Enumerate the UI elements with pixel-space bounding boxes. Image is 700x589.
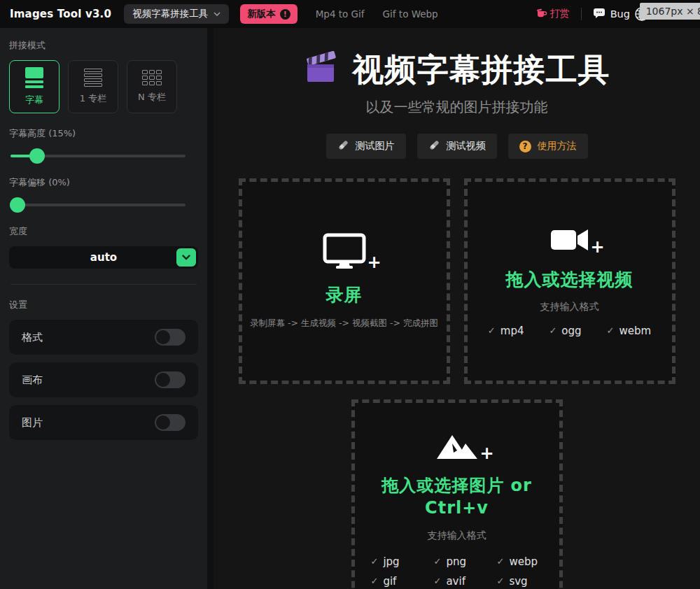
one-column-mode-icon bbox=[84, 69, 102, 87]
formats-label: 支持输入格式 bbox=[428, 530, 486, 542]
topbar-divider bbox=[581, 8, 582, 20]
subtitle-mode-icon bbox=[25, 67, 43, 88]
format-item: ✓ jpg bbox=[371, 555, 417, 568]
settings-section-label: 设置 bbox=[9, 299, 198, 311]
image-toggle[interactable] bbox=[155, 414, 186, 431]
setting-row-image: 图片 bbox=[9, 405, 198, 440]
coffee-cup-icon bbox=[536, 8, 547, 20]
format-item: ✓ png bbox=[434, 555, 480, 568]
format-name: ogg bbox=[561, 325, 581, 337]
usage-help-button[interactable]: ? 使用方法 bbox=[508, 134, 588, 159]
video-dropzone[interactable]: + 拖入或选择视频 支持输入格式 ✓ mp4 ✓ ogg ✓ webm bbox=[464, 178, 676, 384]
format-name: png bbox=[446, 555, 466, 568]
test-image-button[interactable]: 测试图片 bbox=[326, 134, 406, 159]
mountains-icon: + bbox=[435, 430, 479, 463]
bottom-zone-row: + 拖入或选择图片 or Ctrl+v 支持输入格式 ✓ jpg ✓ png ✓… bbox=[214, 399, 700, 589]
width-select-expand-button[interactable] bbox=[176, 248, 196, 267]
plus-icon: + bbox=[590, 239, 604, 255]
width-label: 宽度 bbox=[9, 225, 198, 238]
dropzone-title: 拖入或选择图片 or Ctrl+v bbox=[370, 474, 545, 520]
image-dropzone[interactable]: + 拖入或选择图片 or Ctrl+v 支持输入格式 ✓ jpg ✓ png ✓… bbox=[351, 399, 563, 589]
bug-label: Bug bbox=[610, 8, 630, 20]
new-version-label: 新版本 bbox=[247, 8, 276, 20]
plus-icon: + bbox=[367, 254, 381, 271]
vial-icon bbox=[337, 139, 349, 153]
exclamation-icon: ! bbox=[280, 9, 290, 20]
format-name: mp4 bbox=[500, 325, 524, 337]
check-icon: ✓ bbox=[434, 576, 442, 586]
format-item: ✓ ogg bbox=[549, 325, 581, 337]
setting-label: 格式 bbox=[22, 331, 43, 344]
mode-label: N 专栏 bbox=[138, 91, 166, 104]
mode-label: 1 专栏 bbox=[80, 92, 106, 105]
topbar: Images Tool v3.0 视频字幕拼接工具 新版本 ! Mp4 to G… bbox=[0, 0, 700, 28]
dropzones-row: + 录屏 录制屏幕 -> 生成视频 -> 视频截图 -> 完成拼图 + 拖入或选… bbox=[214, 178, 700, 384]
dropzone-title: 拖入或选择视频 bbox=[506, 268, 634, 291]
link-mp4-to-gif[interactable]: Mp4 to Gif bbox=[316, 8, 365, 20]
subtitle-height-slider[interactable] bbox=[10, 148, 186, 164]
chevron-down-icon bbox=[214, 12, 220, 16]
format-name: webm bbox=[620, 325, 652, 337]
clapperboard-icon bbox=[304, 51, 339, 89]
format-item: ✓ avif bbox=[434, 575, 480, 588]
subtitle-height-label: 字幕高度 (15%) bbox=[9, 127, 198, 140]
mode-label: 字幕 bbox=[25, 94, 43, 106]
format-toggle[interactable] bbox=[155, 329, 186, 346]
mode-button-n-column[interactable]: N 专栏 bbox=[127, 60, 177, 113]
format-item: ✓ webm bbox=[607, 325, 652, 337]
format-item: ✓ gif bbox=[371, 575, 417, 588]
link-gif-to-webp[interactable]: Gif to Webp bbox=[383, 8, 438, 20]
action-buttons: 测试图片 测试视频 ? 使用方法 bbox=[214, 134, 700, 159]
check-icon: ✓ bbox=[497, 556, 505, 567]
check-icon: ✓ bbox=[497, 576, 505, 586]
subtitle-offset-label: 字幕偏移 (0%) bbox=[9, 176, 198, 189]
slider-thumb[interactable] bbox=[29, 148, 45, 164]
speech-bubble-icon bbox=[593, 8, 606, 21]
format-name: gif bbox=[383, 575, 396, 588]
format-item: ✓ mp4 bbox=[488, 325, 524, 337]
tool-select-dropdown[interactable]: 视频字幕拼接工具 bbox=[124, 4, 229, 24]
format-name: avif bbox=[446, 575, 465, 588]
page-subtitle: 以及一些常规的图片拼接功能 bbox=[214, 98, 700, 117]
formats-label: 支持输入格式 bbox=[540, 301, 599, 313]
setting-label: 图片 bbox=[22, 416, 43, 430]
test-video-button[interactable]: 测试视频 bbox=[417, 134, 497, 159]
canvas-toggle[interactable] bbox=[155, 371, 186, 388]
dropzone-title: 录屏 bbox=[326, 283, 363, 306]
check-icon: ✓ bbox=[549, 325, 556, 336]
dropzone-description: 录制屏幕 -> 生成视频 -> 视频截图 -> 完成拼图 bbox=[250, 318, 438, 329]
slider-thumb[interactable] bbox=[10, 197, 25, 213]
format-name: svg bbox=[509, 575, 527, 588]
button-label: 使用方法 bbox=[538, 140, 577, 152]
format-item: ✓ svg bbox=[497, 575, 543, 588]
bug-link[interactable]: Bug bbox=[593, 8, 630, 21]
format-item: ✓ webp bbox=[497, 555, 543, 568]
mode-buttons: 字幕 1 专栏 N 专栏 bbox=[9, 60, 198, 113]
subtitle-offset-slider[interactable] bbox=[10, 197, 186, 213]
sidebar: 拼接模式 字幕 1 专栏 N 专栏 字幕高度 (15%) bbox=[0, 28, 207, 589]
format-name: webp bbox=[509, 555, 538, 568]
donate-label: 打赏 bbox=[550, 8, 570, 20]
check-icon: ✓ bbox=[434, 556, 442, 567]
check-icon: ✓ bbox=[371, 576, 379, 586]
question-circle-icon: ? bbox=[519, 141, 531, 152]
button-label: 测试视频 bbox=[447, 140, 486, 152]
setting-label: 画布 bbox=[22, 374, 43, 387]
chevron-down-icon bbox=[182, 255, 190, 260]
width-select[interactable]: auto bbox=[9, 246, 198, 269]
hero: 视频字幕拼接工具 bbox=[214, 49, 700, 91]
check-icon: ✓ bbox=[607, 325, 615, 336]
screen-record-dropzone[interactable]: + 录屏 录制屏幕 -> 生成视频 -> 视频截图 -> 完成拼图 bbox=[239, 178, 450, 384]
monitor-icon: + bbox=[323, 233, 366, 272]
video-camera-icon: + bbox=[550, 226, 589, 257]
video-formats: ✓ mp4 ✓ ogg ✓ webm bbox=[488, 325, 651, 337]
check-icon: ✓ bbox=[371, 556, 379, 567]
tool-select-value: 视频字幕拼接工具 bbox=[132, 8, 208, 20]
new-version-badge[interactable]: 新版本 ! bbox=[240, 4, 298, 24]
format-name: jpg bbox=[383, 555, 399, 568]
donate-link[interactable]: 打赏 bbox=[536, 8, 570, 20]
main-content: 视频字幕拼接工具 以及一些常规的图片拼接功能 测试图片 bbox=[207, 28, 700, 589]
mode-section-label: 拼接模式 bbox=[9, 39, 198, 52]
mode-button-subtitle[interactable]: 字幕 bbox=[9, 60, 59, 113]
mode-button-one-column[interactable]: 1 专栏 bbox=[68, 60, 118, 113]
